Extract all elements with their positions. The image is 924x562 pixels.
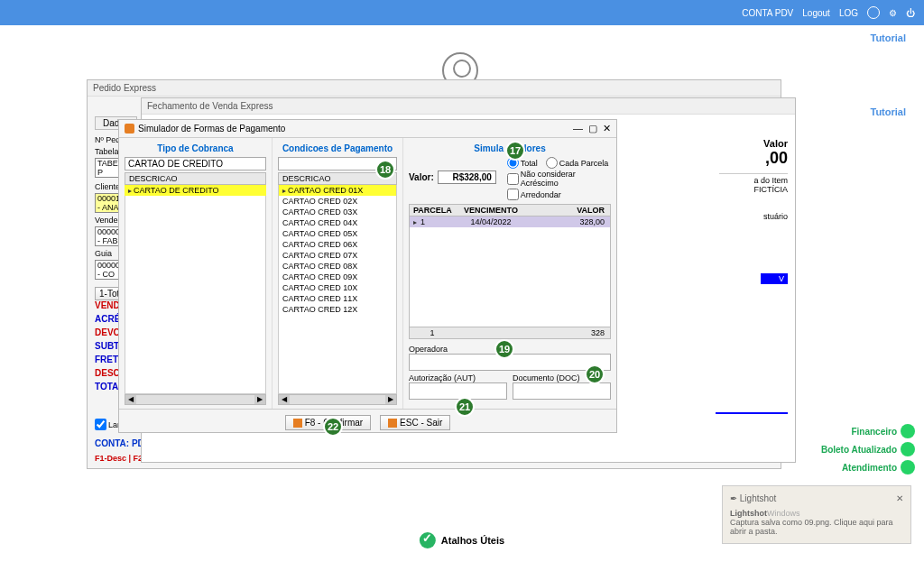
wa-financeiro[interactable]: Financeiro — [821, 424, 915, 438]
power-icon[interactable]: ⏻ — [906, 8, 915, 18]
tabela-label: Tabela — [95, 147, 119, 156]
pt-foot-right: 328 — [527, 327, 610, 338]
blue-highlight-2 — [716, 412, 788, 414]
cobranca-row[interactable]: ▸ CARTAO DE CREDITO — [125, 185, 266, 196]
maximize-button[interactable]: ▢ — [588, 123, 597, 134]
valor-input[interactable] — [438, 170, 496, 184]
cliente-label: Cliente — [95, 182, 120, 191]
gear-icon[interactable]: ⚙ — [889, 8, 897, 18]
pedido-title: Pedido Express — [88, 80, 781, 97]
whatsapp-icon — [901, 442, 915, 456]
ls-title-text: Lightshot — [730, 509, 767, 518]
row-arrow-icon: ▸ — [128, 187, 132, 195]
aut-label: Autorização (AUT) — [409, 373, 507, 382]
cobranca-grid-head: DESCRICAO — [125, 172, 266, 185]
valor-label: Valor: — [409, 172, 434, 182]
item-sub: FICTÍCIA — [719, 185, 788, 194]
whatsapp-links: Financeiro Boleto Atualizado Atendimento — [821, 424, 915, 478]
feather-icon: ✒ — [730, 493, 737, 503]
blue-highlight-1: V — [761, 273, 788, 284]
atalhos-row[interactable]: Atalhos Úteis — [420, 532, 504, 548]
minimize-button[interactable]: — — [573, 123, 583, 134]
logout-link[interactable]: Logout — [802, 8, 830, 18]
whatsapp-icon — [901, 424, 915, 438]
valor-head: Valor — [719, 138, 788, 149]
user-icon[interactable] — [867, 6, 880, 19]
pt-venc: 14/04/2022 — [455, 217, 527, 227]
tipo-cobranca-head: Tipo de Cobranca — [125, 143, 266, 153]
pt-foot-left: 1 — [410, 327, 455, 338]
exit-icon — [388, 419, 397, 428]
check-arred[interactable] — [507, 189, 519, 200]
check-naoconsid-label: Não considerar Acréscimo — [521, 170, 611, 188]
app-icon — [125, 124, 134, 134]
condicao-item[interactable]: CARTAO CRED 08X — [279, 261, 396, 272]
whatsapp-icon — [901, 460, 915, 474]
col2-scrollbar[interactable]: ◀ ▶ — [278, 394, 397, 405]
check-icon — [420, 532, 436, 548]
item-head: a do Item — [719, 173, 788, 185]
top-bar: CONTA PDV Logout LOG ⚙ ⏻ — [0, 0, 924, 25]
radio-parcela[interactable] — [546, 157, 558, 169]
condicao-item[interactable]: CARTAO CRED 02X — [279, 196, 396, 207]
guia-label: Guia — [95, 249, 112, 258]
radio-parcela-label: Cada Parcela — [559, 159, 609, 168]
wa-boleto[interactable]: Boleto Atualizado — [821, 442, 915, 456]
radio-total-label: Total — [521, 159, 538, 168]
pt-head-valor: VALOR — [527, 205, 610, 216]
check-arred-label: Arredondar — [521, 190, 561, 199]
simulador-title: Simulador de Formas de Pagamento — [138, 124, 285, 134]
lanca-checkbox[interactable] — [95, 419, 106, 430]
simulador-window: Simulador de Formas de Pagamento — ▢ ✕ T… — [118, 119, 617, 433]
estuario-text: stuário — [719, 212, 788, 221]
condicao-item[interactable]: CARTAO CRED 10X — [279, 282, 396, 293]
fechamento-title: Fechamento de Venda Express — [142, 98, 795, 115]
badge-21: 21 — [455, 397, 475, 417]
ls-name: Lightshot — [740, 493, 777, 503]
scroll-right-icon[interactable]: ▶ — [254, 395, 265, 404]
check-naoconsid[interactable] — [507, 173, 519, 185]
ls-sub: Windows — [767, 509, 800, 518]
doc-input[interactable] — [513, 382, 611, 400]
valor-big: ,00 — [719, 149, 788, 168]
ls-body-text: Captura salva como 09.png. Clique aqui p… — [730, 518, 893, 536]
condicao-item[interactable]: CARTAO CRED 04X — [279, 217, 396, 228]
close-button[interactable]: ✕ — [603, 123, 611, 134]
tutorial-link[interactable]: Tutorial — [870, 32, 906, 43]
confirm-icon — [293, 419, 302, 428]
pt-head-parcela: PARCELA — [410, 205, 455, 216]
condicoes-head: Condicoes de Pagamento — [278, 143, 397, 153]
parcela-row[interactable]: ▸1 14/04/2022 328,00 — [410, 217, 610, 227]
exit-button[interactable]: ESC - Sair — [380, 415, 450, 430]
badge-22: 22 — [323, 417, 343, 437]
badge-20: 20 — [585, 364, 605, 384]
pt-head-venc: VENCIMENTO — [455, 205, 527, 216]
tutorial-link-2[interactable]: Tutorial — [870, 106, 906, 117]
condicao-item[interactable]: CARTAO CRED 09X — [279, 272, 396, 282]
condicao-item[interactable]: ▸CARTAO CRED 01X — [279, 185, 396, 196]
pt-valor: 328,00 — [527, 217, 610, 227]
condicao-item[interactable]: CARTAO CRED 11X — [279, 293, 396, 304]
parcela-table: PARCELA VENCIMENTO VALOR ▸1 14/04/2022 3… — [409, 204, 611, 339]
log-link[interactable]: LOG — [839, 8, 858, 18]
col1-scrollbar[interactable]: ◀ ▶ — [125, 394, 266, 405]
row-arrow-icon: ▸ — [413, 218, 417, 226]
scroll-right-icon[interactable]: ▶ — [385, 395, 396, 404]
scroll-left-icon[interactable]: ◀ — [125, 395, 136, 404]
badge-19: 19 — [494, 339, 514, 359]
conta-link[interactable]: CONTA PDV — [742, 8, 793, 18]
condicao-item[interactable]: CARTAO CRED 07X — [279, 250, 396, 261]
condicao-item[interactable]: CARTAO CRED 12X — [279, 304, 396, 315]
scroll-left-icon[interactable]: ◀ — [279, 395, 290, 404]
wa-atendimento[interactable]: Atendimento — [821, 460, 915, 474]
condicao-item[interactable]: CARTAO CRED 03X — [279, 207, 396, 217]
ls-close-icon[interactable]: ✕ — [896, 493, 903, 503]
cobranca-input[interactable] — [125, 157, 266, 170]
condicao-item[interactable]: CARTAO CRED 05X — [279, 228, 396, 239]
badge-18: 18 — [375, 160, 395, 180]
badge-17: 17 — [505, 141, 525, 161]
aut-input[interactable] — [409, 382, 507, 400]
condicao-item[interactable]: CARTAO CRED 06X — [279, 239, 396, 250]
lightshot-notification[interactable]: ✒ Lightshot ✕ LightshotWindows Captura s… — [722, 485, 911, 544]
